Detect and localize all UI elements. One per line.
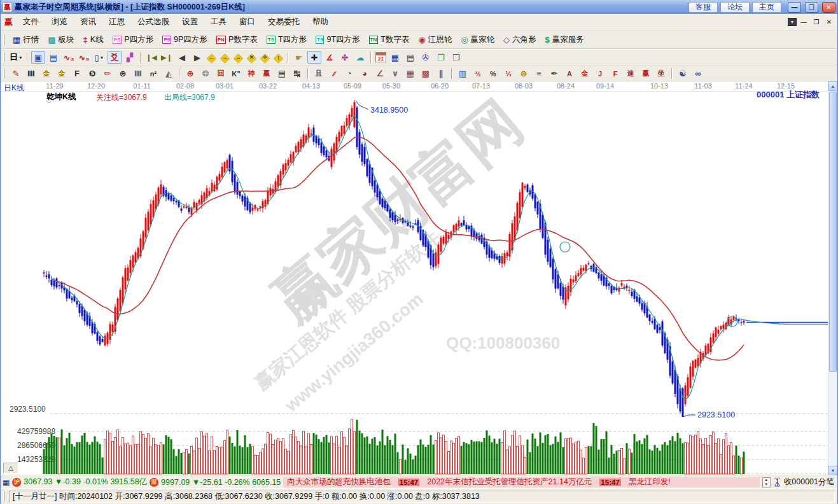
tool-draw-pen[interactable]: ✏ bbox=[101, 67, 115, 80]
tool-n-square[interactable]: n² bbox=[146, 67, 160, 80]
tool-count-grid[interactable]: Ⅲ bbox=[131, 67, 145, 80]
tool-arc-pie[interactable]: ◔ bbox=[342, 67, 356, 80]
tool-shen-grid[interactable]: 神 bbox=[244, 67, 258, 80]
toolbar-button-kline[interactable]: ‡K线 bbox=[79, 32, 108, 48]
toolbar-options-button[interactable]: ▾ bbox=[788, 18, 797, 26]
tool-page-prev[interactable]: ◀ bbox=[175, 51, 189, 64]
tool-last-page[interactable]: ▶❙ bbox=[160, 51, 174, 64]
kline-canvas[interactable]: 赢家财富网赢家江恩软件 股票分析软件www.yingjia360.comQQ:1… bbox=[1, 81, 829, 475]
tool-gold-line[interactable]: ≡ bbox=[532, 67, 546, 80]
tool-shift-right[interactable]: ◆→ bbox=[219, 52, 231, 64]
tool-shift-left[interactable]: ◆← bbox=[206, 52, 218, 64]
tool-parallel-lines[interactable]: ∥ bbox=[434, 67, 448, 80]
tool-smart-cloud[interactable]: ☁ bbox=[353, 51, 367, 64]
tool-window-layout[interactable]: ▣ bbox=[31, 51, 45, 64]
tool-wheel-rays[interactable]: ❂ bbox=[199, 67, 213, 80]
tool-j-angle[interactable]: J bbox=[593, 67, 607, 80]
tool-win-angle[interactable]: 赢 bbox=[639, 67, 653, 80]
tool-arc-grid[interactable]: ◕ bbox=[358, 67, 372, 80]
toolbar-button-t-number-table[interactable]: TNT数字表 bbox=[365, 32, 414, 48]
tool-mirror-angle[interactable]: ◭ bbox=[162, 67, 176, 80]
tool-expand-all[interactable]: ◆✛ bbox=[259, 52, 271, 64]
child-close-button[interactable]: ✕ bbox=[823, 17, 835, 27]
tool-fan-lines[interactable]: ∕∕ bbox=[327, 67, 341, 80]
tool-first-page[interactable]: ❙◀ bbox=[144, 51, 158, 64]
toolbar-button-9t-square[interactable]: T99T四方形 bbox=[311, 32, 364, 48]
scroll-thumb[interactable] bbox=[829, 92, 837, 372]
toolbar-button-hexagon[interactable]: ◇六角形 bbox=[499, 32, 541, 48]
tool-copy-window[interactable]: ❐ bbox=[434, 51, 448, 64]
tool-spiral-5[interactable]: ❺ bbox=[85, 67, 99, 80]
toolbar-button-gann-wheel[interactable]: ◉江恩轮 bbox=[414, 32, 456, 48]
tool-width-measure[interactable]: ↹ bbox=[290, 67, 304, 80]
tool-calculator[interactable]: ▦ bbox=[388, 51, 402, 64]
tool-calendar[interactable]: 21 bbox=[375, 52, 386, 62]
menu-item-资讯[interactable]: 资讯 bbox=[74, 15, 102, 29]
tool-page-next[interactable]: ▶ bbox=[190, 51, 204, 64]
minimize-button[interactable]: — bbox=[788, 2, 801, 13]
quick-link-客服[interactable]: 客服 bbox=[688, 2, 718, 13]
tool-f10-report[interactable]: ▤ bbox=[46, 51, 60, 64]
ticker-spinner[interactable]: ▲▼ bbox=[762, 477, 771, 487]
menu-item-公式选股[interactable]: 公式选股 bbox=[131, 15, 176, 29]
tool-expand-vertical[interactable]: ◆↕ bbox=[272, 52, 284, 64]
tool-gold-grid-b[interactable]: 金 bbox=[55, 67, 69, 80]
tool-print[interactable]: ❒ bbox=[449, 51, 463, 64]
tool-v-wave[interactable]: ∨ bbox=[388, 67, 402, 80]
tool-wave-3[interactable]: ∿₃ bbox=[62, 51, 76, 64]
tool-save[interactable]: ✇ bbox=[419, 51, 433, 64]
tool-gold-angle[interactable]: 金 bbox=[578, 67, 592, 80]
menu-item-设置[interactable]: 设置 bbox=[176, 15, 204, 29]
tool-candle-style[interactable]: ▯▼ bbox=[92, 51, 106, 64]
tool-a-fan[interactable]: A bbox=[562, 67, 576, 80]
child-restore-button[interactable]: ❐ bbox=[811, 17, 822, 27]
toolbar-button-winner-wheel[interactable]: ◎赢家轮 bbox=[456, 32, 499, 48]
tool-price-scale[interactable]: ▥ bbox=[456, 67, 470, 80]
tool-infinity[interactable]: ∞ bbox=[691, 67, 705, 80]
tool-wave-9[interactable]: ∿₉ bbox=[77, 51, 91, 64]
tool-yin-yang[interactable]: ☯ bbox=[676, 67, 690, 80]
tool-pan-hand[interactable]: ☛ bbox=[292, 51, 306, 64]
menu-item-窗口[interactable]: 窗口 bbox=[233, 15, 262, 29]
tool-target-circle[interactable]: ⊕ bbox=[183, 67, 197, 80]
tool-crosshair[interactable]: ✚ bbox=[307, 51, 321, 64]
tool-fibo-grid[interactable]: F bbox=[70, 67, 84, 80]
tool-percent[interactable]: % bbox=[486, 67, 500, 80]
tool-cycle-ruler[interactable]: ⊕ bbox=[116, 67, 130, 80]
tool-percent-thirds[interactable]: ⅓ bbox=[501, 67, 515, 80]
menu-item-文件[interactable]: 文件 bbox=[17, 15, 45, 29]
quick-link-论坛[interactable]: 论坛 bbox=[720, 2, 750, 13]
tool-expand-horizontal[interactable]: ◆↔ bbox=[232, 52, 244, 64]
quote-grid-icon[interactable]: ▦ bbox=[3, 478, 10, 487]
toolbar-button-t-square[interactable]: TST四方形 bbox=[262, 32, 311, 48]
tool-gann-box[interactable]: 且 bbox=[312, 67, 326, 80]
tool-draw-pencil[interactable]: ✎ bbox=[9, 67, 23, 80]
menu-item-江恩[interactable]: 江恩 bbox=[102, 15, 131, 29]
tool-color-chart[interactable]: ▞ bbox=[123, 51, 137, 64]
tool-red-grid-b[interactable]: ▩ bbox=[419, 67, 433, 80]
tool-square-spiral[interactable]: 回 bbox=[214, 67, 228, 80]
tool-k-mark[interactable]: K” bbox=[229, 67, 243, 80]
toolbar-button-p-number-table[interactable]: PNP数字表 bbox=[212, 32, 262, 48]
toolbar-button-p-square[interactable]: PSP四方形 bbox=[108, 32, 158, 48]
tool-compress-chart[interactable]: ◆✕ bbox=[246, 52, 258, 64]
chart-scrollbar[interactable]: ▲ ▼ bbox=[828, 81, 837, 475]
tool-f-angle[interactable]: F bbox=[608, 67, 622, 80]
tool-period-day[interactable]: 日▼ bbox=[9, 51, 24, 64]
tool-time-grid[interactable]: Ⅲ bbox=[24, 67, 38, 80]
scroll-up-icon[interactable]: ▲ bbox=[828, 81, 837, 91]
child-minimize-button[interactable]: — bbox=[798, 17, 809, 27]
menu-item-帮助[interactable]: 帮助 bbox=[306, 15, 335, 29]
tool-angle-fan[interactable]: ∠ bbox=[373, 67, 387, 80]
tool-win-grid[interactable]: 赢 bbox=[260, 67, 274, 80]
restore-button[interactable]: ❐ bbox=[805, 2, 818, 13]
quick-link-主页[interactable]: 主页 bbox=[752, 2, 781, 13]
menu-item-浏览[interactable]: 浏览 bbox=[45, 15, 74, 29]
tool-memo-pad[interactable]: ▤ bbox=[403, 51, 417, 64]
tool-qiankun-signal[interactable]: 爻 bbox=[108, 51, 122, 64]
toolbar-button-quotes[interactable]: ▦行情 bbox=[8, 32, 43, 48]
menu-item-工具[interactable]: 工具 bbox=[204, 15, 233, 29]
tool-gold-grid-a[interactable]: 金 bbox=[39, 67, 53, 80]
tool-red-grid-a[interactable]: ▦ bbox=[403, 67, 417, 80]
tool-gann-flower[interactable]: ✤ bbox=[338, 51, 352, 64]
